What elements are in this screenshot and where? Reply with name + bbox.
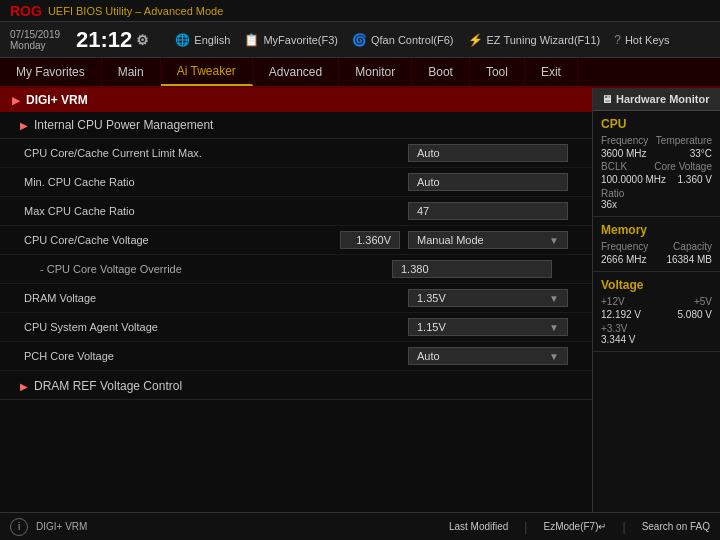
date-display: 07/15/2019 Monday <box>10 29 60 51</box>
nav-advanced[interactable]: Advanced <box>253 58 339 86</box>
title-prefix: UEFI BIOS Utility – <box>48 5 144 17</box>
language-icon: 🌐 <box>175 33 190 47</box>
voltage-override-value[interactable]: 1.380 <box>392 260 552 278</box>
hw-monitor-label: Hardware Monitor <box>616 93 710 105</box>
dram-voltage-value: 1.35V <box>417 292 446 304</box>
hw-temp-label: Temperature <box>656 135 712 146</box>
language-label: English <box>194 34 230 46</box>
nav-ai-tweaker[interactable]: Ai Tweaker <box>161 58 253 86</box>
system-agent-voltage-label: CPU System Agent Voltage <box>24 321 408 333</box>
separator-2: | <box>623 520 626 534</box>
pch-dropdown-arrow-icon: ▼ <box>549 351 559 362</box>
dram-ref-label: DRAM REF Voltage Control <box>34 379 182 393</box>
ez-tuning-button[interactable]: ⚡ EZ Tuning Wizard(F11) <box>468 33 601 47</box>
hw-12v-5v-header: +12V +5V <box>601 296 712 307</box>
ez-tuning-icon: ⚡ <box>468 33 483 47</box>
hw-33v-label: +3.3V <box>601 323 712 334</box>
hw-ratio-block: Ratio 36x <box>601 188 712 210</box>
dram-dropdown-arrow-icon: ▼ <box>549 293 559 304</box>
hotkeys-button[interactable]: ? Hot Keys <box>614 33 669 47</box>
content-area: ▶ DIGI+ VRM ▶ Internal CPU Power Managem… <box>0 88 592 512</box>
hw-mem-cap-value: 16384 MB <box>666 254 712 265</box>
setting-cpu-current-limit: CPU Core/Cache Current Limit Max. Auto <box>0 139 592 168</box>
title-bar-text: UEFI BIOS Utility – Advanced Mode <box>48 5 223 17</box>
min-cache-ratio-value[interactable]: Auto <box>408 173 568 191</box>
info-icon: i <box>18 521 20 532</box>
dropdown-arrow-icon: ▼ <box>549 235 559 246</box>
bottom-right: Last Modified | EzMode(F7)↵ | Search on … <box>449 520 710 534</box>
hw-temp-value: 33°C <box>690 148 712 159</box>
hw-monitor-title: 🖥 Hardware Monitor <box>593 88 720 111</box>
hw-cpu-section: CPU Frequency Temperature 3600 MHz 33°C … <box>593 111 720 217</box>
max-cache-ratio-value[interactable]: 47 <box>408 202 568 220</box>
ez-mode-button[interactable]: EzMode(F7)↵ <box>543 521 606 532</box>
datetime-block: 07/15/2019 Monday <box>10 29 60 51</box>
nav-tool[interactable]: Tool <box>470 58 525 86</box>
info-circle-button[interactable]: i <box>10 518 28 536</box>
bottom-left: i DIGI+ VRM <box>10 518 87 536</box>
pch-voltage-value: Auto <box>417 350 440 362</box>
nav-exit[interactable]: Exit <box>525 58 578 86</box>
rog-logo: ROG <box>10 3 42 19</box>
setting-pch-voltage: PCH Core Voltage Auto ▼ <box>0 342 592 371</box>
dram-voltage-dropdown[interactable]: 1.35V ▼ <box>408 289 568 307</box>
system-agent-voltage-value: 1.15V <box>417 321 446 333</box>
nav-monitor[interactable]: Monitor <box>339 58 412 86</box>
cpu-power-mgmt-section[interactable]: ▶ Internal CPU Power Management <box>0 112 592 139</box>
hw-33v-value: 3.344 V <box>601 334 712 345</box>
setting-min-cache-ratio: Min. CPU Cache Ratio Auto <box>0 168 592 197</box>
title-mode: Advanced Mode <box>144 5 224 17</box>
hw-bclk-value: 100.0000 MHz <box>601 174 666 185</box>
date: 07/15/2019 <box>10 29 60 40</box>
myfavorite-icon: 📋 <box>244 33 259 47</box>
system-agent-voltage-dropdown[interactable]: 1.15V ▼ <box>408 318 568 336</box>
nav-my-favorites[interactable]: My Favorites <box>0 58 102 86</box>
hw-memory-title: Memory <box>601 223 712 237</box>
hw-33v-block: +3.3V 3.344 V <box>601 323 712 345</box>
hw-mem-freq-cap-values: 2666 MHz 16384 MB <box>601 254 712 265</box>
hw-5v-label: +5V <box>694 296 712 307</box>
hw-12v-value: 12.192 V <box>601 309 641 320</box>
dram-ref-arrow-icon: ▶ <box>20 381 28 392</box>
search-faq-button[interactable]: Search on FAQ <box>642 521 710 532</box>
hw-freq-label: Frequency <box>601 135 648 146</box>
cpu-voltage-small-value[interactable]: 1.360V <box>340 231 400 249</box>
language-selector[interactable]: 🌐 English <box>175 33 230 47</box>
time: 21:12 <box>76 29 132 51</box>
nav-main[interactable]: Main <box>102 58 161 86</box>
dram-ref-section[interactable]: ▶ DRAM REF Voltage Control <box>0 373 592 400</box>
hw-mem-freq-cap-header: Frequency Capacity <box>601 241 712 252</box>
pch-voltage-label: PCH Core Voltage <box>24 350 408 362</box>
hw-5v-value: 5.080 V <box>678 309 712 320</box>
cpu-current-limit-value[interactable]: Auto <box>408 144 568 162</box>
myfavorite-button[interactable]: 📋 MyFavorite(F3) <box>244 33 338 47</box>
bottom-bar: i DIGI+ VRM Last Modified | EzMode(F7)↵ … <box>0 512 720 540</box>
title-bar: ROG UEFI BIOS Utility – Advanced Mode <box>0 0 720 22</box>
nav-boot[interactable]: Boot <box>412 58 470 86</box>
gear-icon[interactable]: ⚙ <box>136 33 149 47</box>
cpu-voltage-dropdown[interactable]: Manual Mode ▼ <box>408 231 568 249</box>
section-header-label: DIGI+ VRM <box>26 93 88 107</box>
setting-dram-voltage: DRAM Voltage 1.35V ▼ <box>0 284 592 313</box>
hw-cpu-freq-temp-header: Frequency Temperature <box>601 135 712 146</box>
hw-ratio-label: Ratio <box>601 188 712 199</box>
myfavorite-label: MyFavorite(F3) <box>263 34 338 46</box>
digi-vrm-section[interactable]: ▶ DIGI+ VRM <box>0 88 592 112</box>
qfan-button[interactable]: 🌀 Qfan Control(F6) <box>352 33 454 47</box>
qfan-label: Qfan Control(F6) <box>371 34 454 46</box>
separator-1: | <box>524 520 527 534</box>
hw-bclk-corevolt-values: 100.0000 MHz 1.360 V <box>601 174 712 185</box>
settings-list: CPU Core/Cache Current Limit Max. Auto M… <box>0 139 592 371</box>
hw-memory-section: Memory Frequency Capacity 2666 MHz 16384… <box>593 217 720 272</box>
cpu-voltage-label: CPU Core/Cache Voltage <box>24 234 340 246</box>
ez-tuning-label: EZ Tuning Wizard(F11) <box>487 34 601 46</box>
hw-voltage-title: Voltage <box>601 278 712 292</box>
dram-voltage-label: DRAM Voltage <box>24 292 408 304</box>
cpu-current-limit-label: CPU Core/Cache Current Limit Max. <box>24 147 408 159</box>
setting-max-cache-ratio: Max CPU Cache Ratio 47 <box>0 197 592 226</box>
hw-ratio-value: 36x <box>601 199 712 210</box>
cpu-voltage-dropdown-value: Manual Mode <box>417 234 484 246</box>
hw-12v-5v-values: 12.192 V 5.080 V <box>601 309 712 320</box>
subsection-arrow-icon: ▶ <box>20 120 28 131</box>
pch-voltage-dropdown[interactable]: Auto ▼ <box>408 347 568 365</box>
